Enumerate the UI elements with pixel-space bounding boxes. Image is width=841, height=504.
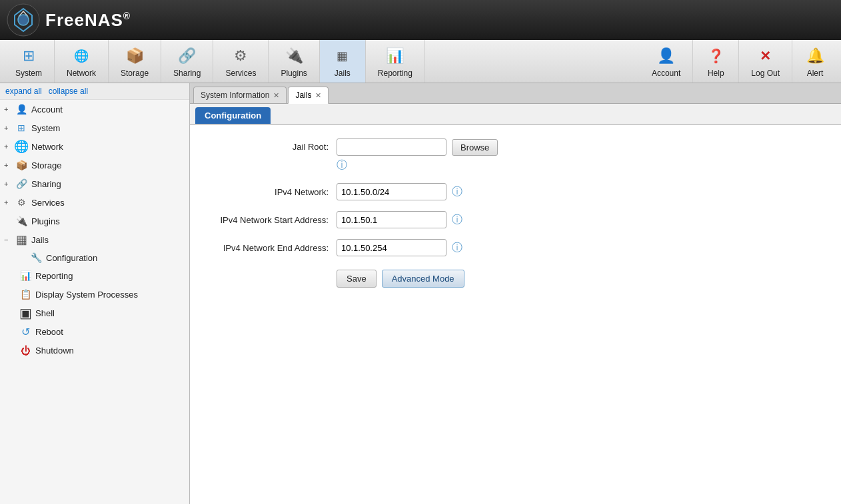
ipv4-end-group: ⓘ bbox=[337, 239, 462, 256]
advanced-mode-button[interactable]: Advanced Mode bbox=[382, 270, 464, 288]
toolbar-right: Account Help Log Out Alert bbox=[640, 40, 838, 83]
sharing-label: Sharing bbox=[31, 179, 61, 189]
toolbar-reporting[interactable]: Reporting bbox=[366, 40, 425, 83]
toolbar-help[interactable]: Help bbox=[693, 40, 739, 83]
expander-system: + bbox=[4, 124, 13, 132]
reboot-label: Reboot bbox=[35, 327, 63, 337]
jails-submenu: Configuration bbox=[0, 249, 189, 266]
reporting-icon bbox=[385, 45, 406, 67]
storage-icon bbox=[124, 45, 145, 67]
ipv4-end-info-icon[interactable]: ⓘ bbox=[452, 241, 462, 255]
storage-sidebar-icon bbox=[15, 158, 28, 172]
sidebar-item-configuration[interactable]: Configuration bbox=[15, 249, 189, 266]
sidebar-controls: expand all collapse all bbox=[0, 83, 189, 100]
system-sidebar-icon bbox=[15, 121, 28, 134]
services-icon bbox=[230, 45, 251, 67]
save-button[interactable]: Save bbox=[337, 270, 377, 288]
toolbar-help-label: Help bbox=[708, 69, 724, 78]
toolbar-plugins-label: Plugins bbox=[281, 69, 307, 78]
expander-services: + bbox=[4, 198, 13, 206]
shell-sidebar-icon: ▣ bbox=[19, 306, 32, 320]
sidebar-item-shell[interactable]: ▣ Shell bbox=[0, 304, 189, 322]
sidebar-item-account[interactable]: + Account bbox=[0, 100, 189, 119]
toolbar: System Network Storage Sharing Services … bbox=[0, 40, 841, 83]
toolbar-logout[interactable]: Log Out bbox=[739, 40, 792, 83]
network-label: Network bbox=[31, 142, 63, 152]
ipv4-network-info-icon[interactable]: ⓘ bbox=[452, 185, 462, 199]
sidebar-item-jails[interactable]: − Jails Configuration bbox=[0, 230, 189, 266]
sidebar-item-network[interactable]: + Network bbox=[0, 137, 189, 156]
content-area: System Information ✕ Jails ✕ Configurati… bbox=[190, 83, 841, 504]
toolbar-alert[interactable]: Alert bbox=[792, 40, 838, 83]
sub-tab-configuration-label: Configuration bbox=[205, 111, 261, 121]
sidebar-item-display[interactable]: Display System Processes bbox=[0, 285, 189, 304]
sidebar-item-storage[interactable]: + Storage bbox=[0, 156, 189, 174]
account-sidebar-icon bbox=[15, 103, 28, 116]
sidebar-item-reporting[interactable]: Reporting bbox=[0, 266, 189, 285]
expander-network: + bbox=[4, 142, 13, 150]
sidebar-item-services[interactable]: + Services bbox=[0, 193, 189, 212]
config-label: Configuration bbox=[46, 253, 97, 263]
svg-point-1 bbox=[18, 15, 29, 25]
sidebar-item-sharing[interactable]: + Sharing bbox=[0, 174, 189, 193]
expander-jails: − bbox=[4, 236, 13, 244]
collapse-all-link[interactable]: collapse all bbox=[49, 87, 88, 96]
tab-jails-label: Jails bbox=[295, 91, 311, 100]
ipv4-network-input[interactable] bbox=[337, 183, 446, 200]
jail-root-input[interactable] bbox=[337, 138, 446, 156]
expand-all-link[interactable]: expand all bbox=[5, 87, 42, 96]
header: FreeNAS® bbox=[0, 0, 841, 40]
toolbar-network[interactable]: Network bbox=[55, 40, 109, 83]
shutdown-label: Shutdown bbox=[35, 346, 74, 356]
panel: Configuration Jail Root: Browse ⓘ bbox=[190, 104, 841, 504]
sidebar-item-system[interactable]: + System bbox=[0, 119, 189, 137]
sidebar-item-shutdown[interactable]: Shutdown bbox=[0, 341, 189, 360]
toolbar-account-label: Account bbox=[652, 69, 680, 78]
ipv4-end-input[interactable] bbox=[337, 239, 446, 256]
plugins-icon bbox=[283, 45, 305, 67]
toolbar-storage[interactable]: Storage bbox=[109, 40, 161, 83]
toolbar-jails[interactable]: Jails bbox=[320, 40, 366, 83]
toolbar-sharing[interactable]: Sharing bbox=[161, 40, 213, 83]
tab-jails[interactable]: Jails ✕ bbox=[288, 87, 329, 104]
tab-system-info-close[interactable]: ✕ bbox=[273, 91, 279, 100]
jails-configuration-form: Jail Root: Browse ⓘ IPv4 Network: ⓘ bbox=[190, 125, 841, 301]
logout-icon bbox=[755, 45, 776, 67]
toolbar-services[interactable]: Services bbox=[213, 40, 269, 83]
toolbar-system[interactable]: System bbox=[3, 40, 55, 83]
toolbar-system-label: System bbox=[15, 69, 42, 78]
plugins-sidebar-icon bbox=[15, 214, 28, 228]
ipv4-start-group: ⓘ bbox=[337, 211, 462, 228]
storage-label: Storage bbox=[31, 160, 62, 170]
main-area: expand all collapse all + Account + Syst… bbox=[0, 83, 841, 504]
toolbar-account[interactable]: Account bbox=[640, 40, 693, 83]
account-label: Account bbox=[31, 105, 63, 115]
toolbar-plugins[interactable]: Plugins bbox=[269, 40, 319, 83]
ipv4-end-row: IPv4 Network End Address: ⓘ bbox=[203, 239, 828, 256]
jail-root-info-icon[interactable]: ⓘ bbox=[337, 158, 498, 172]
system-label: System bbox=[31, 123, 60, 133]
reboot-sidebar-icon bbox=[19, 325, 32, 338]
sidebar-item-plugins[interactable]: Plugins bbox=[0, 212, 189, 230]
tab-system-info-label: System Information bbox=[201, 91, 269, 100]
ipv4-network-label: IPv4 Network: bbox=[203, 187, 337, 197]
sidebar-item-reboot[interactable]: Reboot bbox=[0, 322, 189, 341]
ipv4-end-label: IPv4 Network End Address: bbox=[203, 243, 337, 253]
ipv4-start-info-icon[interactable]: ⓘ bbox=[452, 213, 462, 227]
sharing-sidebar-icon bbox=[15, 177, 28, 190]
ipv4-start-label: IPv4 Network Start Address: bbox=[203, 215, 337, 225]
logo-text: FreeNAS® bbox=[45, 10, 131, 31]
system-icon bbox=[18, 45, 39, 67]
help-icon bbox=[705, 45, 726, 67]
browse-button[interactable]: Browse bbox=[452, 139, 498, 156]
ipv4-start-input[interactable] bbox=[337, 211, 446, 228]
services-sidebar-icon bbox=[15, 196, 28, 209]
sub-tab-configuration[interactable]: Configuration bbox=[195, 107, 271, 124]
logo: FreeNAS® bbox=[7, 3, 131, 37]
tab-system-info[interactable]: System Information ✕ bbox=[193, 87, 287, 103]
jails-sidebar-icon bbox=[15, 233, 28, 246]
alert-icon bbox=[804, 45, 826, 67]
tab-jails-close[interactable]: ✕ bbox=[315, 91, 321, 100]
shutdown-sidebar-icon bbox=[19, 344, 32, 357]
network-sidebar-icon bbox=[15, 140, 28, 153]
